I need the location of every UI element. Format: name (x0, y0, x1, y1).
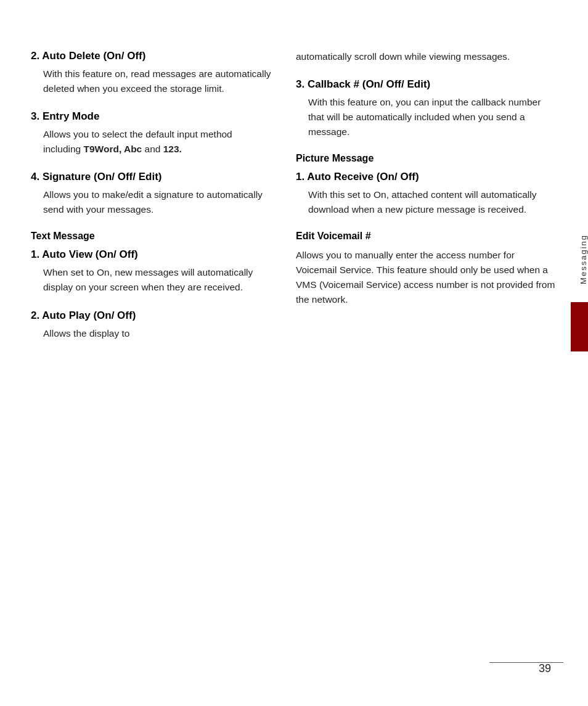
item-callback-body: With this feature on, you can input the … (296, 95, 557, 139)
item-callback-heading: 3. Callback # (On/ Off/ Edit) (296, 78, 557, 91)
123-bold: 123. (163, 144, 182, 154)
item-auto-delete: 2. Auto Delete (On/ Off) With this featu… (31, 49, 271, 96)
item-signature-body: Allows you to make/edit a signature to a… (31, 187, 271, 217)
item-auto-delete-heading: 2. Auto Delete (On/ Off) (31, 49, 271, 63)
item-callback: 3. Callback # (On/ Off/ Edit) With this … (296, 78, 557, 139)
item-auto-receive: 1. Auto Receive (On/ Off) With this set … (296, 170, 557, 217)
auto-scroll-text: automatically scroll down while viewing … (296, 49, 557, 64)
t9word-bold: T9Word, Abc (84, 144, 142, 154)
item-entry-mode-body: Allows you to select the default input m… (31, 127, 271, 157)
item-auto-receive-body: With this set to On, attached content wi… (296, 187, 557, 217)
item-auto-view: 1. Auto View (On/ Off) When set to On, n… (31, 248, 271, 295)
page-number: 39 (539, 662, 551, 675)
edit-voicemail-label: Edit Voicemail # (296, 231, 557, 242)
page-container: 2. Auto Delete (On/ Off) With this featu… (0, 0, 588, 706)
sidebar-bar (571, 302, 588, 351)
two-column-layout: 2. Auto Delete (On/ Off) With this featu… (31, 49, 557, 355)
right-column: automatically scroll down while viewing … (296, 49, 557, 355)
left-column: 2. Auto Delete (On/ Off) With this featu… (31, 49, 271, 355)
picture-message-label: Picture Message (296, 153, 557, 164)
sidebar-label: Messaging (574, 234, 588, 284)
item-signature: 4. Signature (On/ Off/ Edit) Allows you … (31, 170, 271, 217)
item-auto-receive-heading: 1. Auto Receive (On/ Off) (296, 170, 557, 184)
item-entry-mode-heading: 3. Entry Mode (31, 110, 271, 123)
item-auto-view-body: When set to On, new messages will automa… (31, 265, 271, 295)
item-auto-view-heading: 1. Auto View (On/ Off) (31, 248, 271, 261)
item-auto-play: 2. Auto Play (On/ Off) Allows the displa… (31, 309, 271, 341)
item-auto-play-heading: 2. Auto Play (On/ Off) (31, 309, 271, 322)
item-signature-heading: 4. Signature (On/ Off/ Edit) (31, 170, 271, 184)
bottom-divider (489, 662, 563, 663)
text-message-label: Text Message (31, 231, 271, 242)
item-auto-delete-body: With this feature on, read messages are … (31, 67, 271, 96)
item-entry-mode: 3. Entry Mode Allows you to select the d… (31, 110, 271, 157)
item-auto-play-body: Allows the display to (31, 326, 271, 341)
edit-voicemail-body: Allows you to manually enter the access … (296, 248, 557, 307)
